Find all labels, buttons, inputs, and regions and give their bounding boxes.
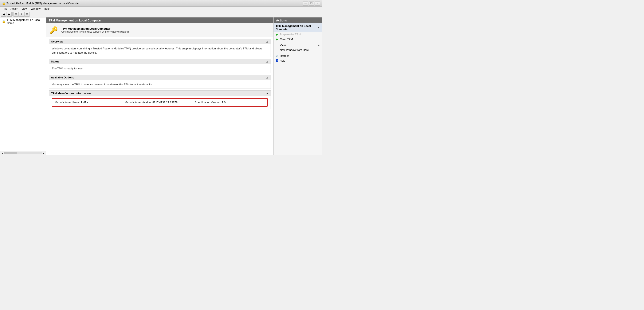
toolbar-separator-1 [12, 12, 13, 16]
new-window-icon [276, 49, 278, 51]
scroll-left-button[interactable]: ◀ [1, 152, 4, 154]
content-header: TPM Management on Local Computer [46, 17, 273, 23]
action-refresh[interactable]: 🔄 Refresh [274, 53, 322, 58]
status-title: Status [51, 60, 60, 63]
tree-item-label: TPM Management on Local Comp [7, 18, 44, 25]
available-options-body: You may clear the TPM to remove ownershi… [49, 80, 270, 89]
overview-collapse-icon[interactable]: ▲ [266, 40, 268, 43]
manufacturer-version-label: Manufacturer Version: [125, 100, 152, 105]
menu-help[interactable]: Help [42, 7, 51, 11]
tree-empty-space [0, 25, 46, 151]
minimize-button[interactable]: — [303, 1, 308, 5]
overview-section-header: Overview ▲ [49, 39, 270, 44]
view-arrow-icon: ▶ [318, 44, 320, 46]
overview-section: Overview ▲ Windows computers containing … [49, 39, 271, 57]
app-info: TPM Management on Local Computer Configu… [61, 27, 130, 33]
prepare-tpm-icon: ▶ [276, 33, 278, 36]
overview-title: Overview [51, 40, 63, 43]
content-body: 🔑 TPM Management on Local Computer Confi… [46, 23, 273, 155]
toolbar-properties[interactable]: ⊟ [24, 12, 30, 17]
app-subtitle: Configures the TPM and its support by th… [61, 30, 130, 33]
action-separator-2 [274, 53, 322, 53]
manufacturer-name-value: AMZN [81, 100, 88, 105]
horizontal-scrollbar[interactable] [4, 152, 42, 154]
toolbar-help[interactable]: ? [19, 12, 24, 17]
action-new-window[interactable]: New Window from Here [274, 47, 322, 52]
manufacturer-section: TPM Manufacturer Information ▲ Manufactu… [49, 90, 271, 109]
left-panel-scrollbar-row: ◀ ▶ [0, 151, 46, 155]
app-title-text: TPM Management on Local Computer [61, 27, 130, 30]
view-icon [276, 44, 278, 47]
manufacturer-row: Manufacturer Name: AMZN Manufacturer Ver… [52, 98, 268, 107]
manufacturer-title: TPM Manufacturer Information [51, 92, 91, 95]
manufacturer-version-item: Manufacturer Version: 8217.4131.22.13878 [125, 100, 195, 105]
status-section-header: Status ▲ [49, 59, 270, 64]
tree-item-tpm[interactable]: 🔒 TPM Management on Local Comp [0, 17, 46, 25]
title-bar-left: 🔒 Trusted Platform Module (TPM) Manageme… [2, 2, 80, 5]
action-view[interactable]: View ▶ [274, 43, 322, 47]
manufacturer-name-item: Manufacturer Name: AMZN [55, 100, 125, 105]
manufacturer-name-label: Manufacturer Name: [55, 100, 80, 105]
status-collapse-icon[interactable]: ▲ [266, 60, 268, 63]
manufacturer-section-body: Manufacturer Name: AMZN Manufacturer Ver… [49, 96, 270, 109]
overview-section-body: Windows computers containing a Trusted P… [49, 44, 270, 57]
help-icon: ? [276, 59, 278, 62]
close-button[interactable]: ✕ [314, 1, 320, 5]
action-clear-tpm[interactable]: ▶ Clear TPM... [274, 37, 322, 42]
toolbar-back[interactable]: ◀ [1, 12, 6, 17]
toolbar-show-hide[interactable]: ⊞ [14, 12, 18, 17]
window-title: Trusted Platform Module (TPM) Management… [6, 2, 80, 5]
main-layout: 🔒 TPM Management on Local Comp ◀ ▶ TPM M… [0, 17, 322, 155]
title-bar: 🔒 Trusted Platform Module (TPM) Manageme… [0, 0, 322, 6]
toolbar: ◀ ▶ ⊞ ? ⊟ [0, 11, 322, 17]
app-header-section: 🔑 TPM Management on Local Computer Confi… [46, 23, 273, 37]
action-clear-tpm-label: Clear TPM... [280, 38, 295, 41]
scrollbar-thumb [4, 152, 17, 154]
actions-header: Actions [274, 17, 322, 23]
toolbar-forward[interactable]: ▶ [6, 12, 12, 17]
manufacturer-collapse-icon[interactable]: ▲ [266, 92, 268, 95]
available-options-section: Available Options ▲ You may clear the TP… [49, 75, 271, 89]
tpm-tree-icon: 🔒 [2, 20, 6, 23]
menu-action[interactable]: Action [9, 7, 20, 11]
available-options-title: Available Options [51, 76, 74, 79]
actions-section-collapse-icon[interactable]: ▲ [318, 26, 320, 29]
status-section-body: The TPM is ready for use. [49, 64, 270, 73]
menu-file[interactable]: File [1, 7, 9, 11]
available-options-collapse-icon[interactable]: ▲ [266, 76, 268, 79]
actions-section-title: TPM Management on Local Computer ▲ [274, 23, 322, 32]
left-panel: 🔒 TPM Management on Local Comp ◀ ▶ [0, 17, 46, 155]
action-view-label: View [280, 43, 286, 47]
action-refresh-label: Refresh [280, 54, 290, 57]
right-panel: Actions TPM Management on Local Computer… [273, 17, 322, 155]
clear-tpm-icon: ▶ [276, 38, 278, 41]
specification-version-item: Specification Version: 2.0 [195, 100, 265, 105]
manufacturer-section-header: TPM Manufacturer Information ▲ [49, 91, 270, 96]
menu-window[interactable]: Window [29, 7, 42, 11]
restore-button[interactable]: ❐ [309, 1, 314, 5]
scroll-right-button[interactable]: ▶ [42, 152, 45, 154]
action-prepare-tpm[interactable]: ▶ Prepare the TPM... [274, 32, 322, 37]
action-new-window-label: New Window from Here [280, 48, 309, 51]
status-text: The TPM is ready for use. [52, 67, 83, 70]
refresh-icon: 🔄 [276, 54, 278, 57]
overview-text: Windows computers containing a Trusted P… [52, 47, 262, 54]
main-window: 🔒 Trusted Platform Module (TPM) Manageme… [0, 0, 322, 155]
manufacturer-version-value: 8217.4131.22.13878 [152, 100, 178, 105]
status-section: Status ▲ The TPM is ready for use. [49, 59, 271, 73]
menu-bar: File Action View Window Help [0, 6, 322, 11]
specification-version-value: 2.0 [222, 100, 226, 105]
action-help-label: Help [280, 59, 285, 62]
center-content: TPM Management on Local Computer 🔑 TPM M… [46, 17, 273, 155]
action-prepare-tpm-label: Prepare the TPM... [280, 33, 303, 36]
available-options-header: Available Options ▲ [49, 75, 270, 80]
specification-version-label: Specification Version: [195, 100, 221, 105]
title-bar-controls: — ❐ ✕ [303, 1, 320, 5]
action-help[interactable]: ? Help [274, 58, 322, 63]
menu-view[interactable]: View [20, 7, 29, 11]
available-options-text: You may clear the TPM to remove ownershi… [52, 83, 153, 86]
window-icon: 🔒 [2, 2, 5, 5]
actions-section-title-text: TPM Management on Local Computer [276, 24, 318, 31]
app-icon: 🔑 [50, 26, 58, 34]
